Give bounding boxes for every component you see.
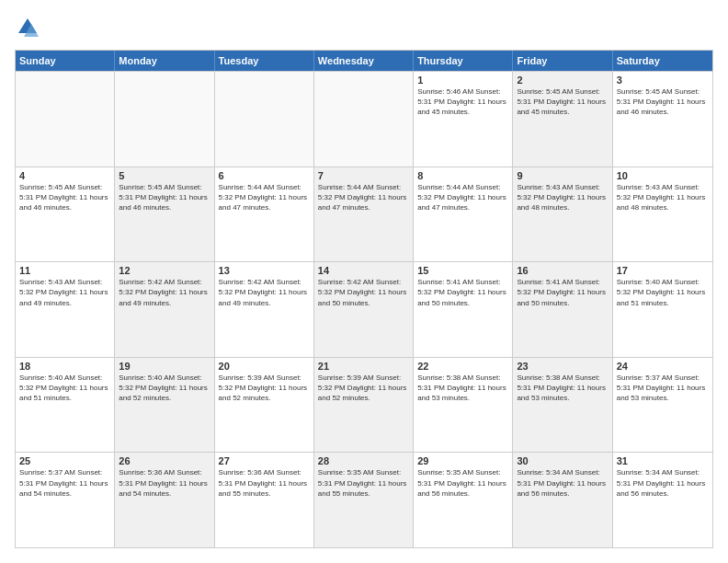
day-info: Sunrise: 5:43 AM Sunset: 5:32 PM Dayligh… <box>517 182 608 213</box>
day-info: Sunrise: 5:36 AM Sunset: 5:31 PM Dayligh… <box>219 467 310 499</box>
day-number: 13 <box>219 265 310 276</box>
calendar-cell-20: 20Sunrise: 5:39 AM Sunset: 5:32 PM Dayli… <box>215 358 314 453</box>
calendar-cell-18: 18Sunrise: 5:40 AM Sunset: 5:32 PM Dayli… <box>16 358 115 453</box>
calendar-cell-7: 7Sunrise: 5:44 AM Sunset: 5:32 PM Daylig… <box>314 167 414 262</box>
day-info: Sunrise: 5:45 AM Sunset: 5:31 PM Dayligh… <box>119 182 210 213</box>
day-info: Sunrise: 5:38 AM Sunset: 5:31 PM Dayligh… <box>417 373 508 404</box>
calendar-header: SundayMondayTuesdayWednesdayThursdayFrid… <box>16 51 712 71</box>
day-info: Sunrise: 5:44 AM Sunset: 5:32 PM Dayligh… <box>318 182 409 213</box>
day-number: 30 <box>517 455 608 466</box>
day-number: 11 <box>19 265 110 276</box>
day-info: Sunrise: 5:42 AM Sunset: 5:32 PM Dayligh… <box>119 277 210 308</box>
day-number: 6 <box>219 170 310 181</box>
calendar-cell-3: 3Sunrise: 5:45 AM Sunset: 5:31 PM Daylig… <box>613 72 712 167</box>
day-info: Sunrise: 5:35 AM Sunset: 5:31 PM Dayligh… <box>417 467 508 499</box>
day-number: 15 <box>417 265 508 276</box>
calendar-cell-13: 13Sunrise: 5:42 AM Sunset: 5:32 PM Dayli… <box>215 262 314 357</box>
calendar: SundayMondayTuesdayWednesdayThursdayFrid… <box>15 50 713 548</box>
day-number: 29 <box>417 455 508 466</box>
calendar-cell-2: 2Sunrise: 5:45 AM Sunset: 5:31 PM Daylig… <box>513 72 612 167</box>
calendar-cell-16: 16Sunrise: 5:41 AM Sunset: 5:32 PM Dayli… <box>513 262 612 357</box>
day-info: Sunrise: 5:43 AM Sunset: 5:32 PM Dayligh… <box>19 277 110 308</box>
day-number: 26 <box>119 455 210 466</box>
header <box>15 15 713 40</box>
day-info: Sunrise: 5:41 AM Sunset: 5:32 PM Dayligh… <box>517 277 608 308</box>
calendar-cell-29: 29Sunrise: 5:35 AM Sunset: 5:31 PM Dayli… <box>414 453 513 547</box>
day-info: Sunrise: 5:43 AM Sunset: 5:32 PM Dayligh… <box>617 182 709 213</box>
header-day-monday: Monday <box>115 51 214 71</box>
calendar-cell-21: 21Sunrise: 5:39 AM Sunset: 5:32 PM Dayli… <box>314 358 414 453</box>
calendar-cell-12: 12Sunrise: 5:42 AM Sunset: 5:32 PM Dayli… <box>115 262 214 357</box>
calendar-cell-23: 23Sunrise: 5:38 AM Sunset: 5:31 PM Dayli… <box>513 358 612 453</box>
day-number: 9 <box>517 170 608 181</box>
day-info: Sunrise: 5:44 AM Sunset: 5:32 PM Dayligh… <box>219 182 310 213</box>
calendar-row-4: 25Sunrise: 5:37 AM Sunset: 5:31 PM Dayli… <box>16 452 712 547</box>
day-info: Sunrise: 5:37 AM Sunset: 5:31 PM Dayligh… <box>19 467 110 499</box>
day-number: 14 <box>318 265 409 276</box>
calendar-cell-1: 1Sunrise: 5:46 AM Sunset: 5:31 PM Daylig… <box>414 72 513 167</box>
calendar-row-3: 18Sunrise: 5:40 AM Sunset: 5:32 PM Dayli… <box>16 357 712 453</box>
calendar-cell-28: 28Sunrise: 5:35 AM Sunset: 5:31 PM Dayli… <box>314 453 414 547</box>
day-info: Sunrise: 5:42 AM Sunset: 5:32 PM Dayligh… <box>318 277 409 308</box>
calendar-row-1: 4Sunrise: 5:45 AM Sunset: 5:31 PM Daylig… <box>16 167 712 262</box>
day-info: Sunrise: 5:39 AM Sunset: 5:32 PM Dayligh… <box>219 373 310 404</box>
day-info: Sunrise: 5:36 AM Sunset: 5:31 PM Dayligh… <box>119 467 210 499</box>
day-number: 1 <box>417 75 508 86</box>
page: SundayMondayTuesdayWednesdayThursdayFrid… <box>0 0 728 563</box>
header-day-wednesday: Wednesday <box>314 51 414 71</box>
day-number: 17 <box>617 265 709 276</box>
calendar-cell-31: 31Sunrise: 5:34 AM Sunset: 5:31 PM Dayli… <box>613 453 712 547</box>
day-number: 27 <box>219 455 310 466</box>
calendar-cell-26: 26Sunrise: 5:36 AM Sunset: 5:31 PM Dayli… <box>115 453 214 547</box>
calendar-row-2: 11Sunrise: 5:43 AM Sunset: 5:32 PM Dayli… <box>16 261 712 357</box>
day-number: 31 <box>617 455 709 466</box>
day-number: 22 <box>417 361 508 372</box>
day-number: 21 <box>318 361 409 372</box>
calendar-cell-empty <box>115 72 214 167</box>
day-number: 5 <box>119 170 210 181</box>
header-day-saturday: Saturday <box>613 51 712 71</box>
calendar-cell-24: 24Sunrise: 5:37 AM Sunset: 5:31 PM Dayli… <box>613 358 712 453</box>
day-number: 20 <box>219 361 310 372</box>
calendar-cell-empty <box>16 72 115 167</box>
day-number: 28 <box>318 455 409 466</box>
calendar-cell-4: 4Sunrise: 5:45 AM Sunset: 5:31 PM Daylig… <box>16 167 115 262</box>
calendar-row-0: 1Sunrise: 5:46 AM Sunset: 5:31 PM Daylig… <box>16 71 712 167</box>
day-number: 18 <box>19 361 110 372</box>
calendar-cell-11: 11Sunrise: 5:43 AM Sunset: 5:32 PM Dayli… <box>16 262 115 357</box>
day-info: Sunrise: 5:45 AM Sunset: 5:31 PM Dayligh… <box>19 182 110 213</box>
day-number: 16 <box>517 265 608 276</box>
day-info: Sunrise: 5:38 AM Sunset: 5:31 PM Dayligh… <box>517 373 608 404</box>
calendar-cell-empty <box>314 72 414 167</box>
day-number: 2 <box>517 75 608 86</box>
day-info: Sunrise: 5:46 AM Sunset: 5:31 PM Dayligh… <box>417 86 508 118</box>
calendar-cell-5: 5Sunrise: 5:45 AM Sunset: 5:31 PM Daylig… <box>115 167 214 262</box>
day-number: 10 <box>617 170 709 181</box>
day-info: Sunrise: 5:40 AM Sunset: 5:32 PM Dayligh… <box>617 277 709 308</box>
day-info: Sunrise: 5:34 AM Sunset: 5:31 PM Dayligh… <box>617 467 709 499</box>
calendar-cell-9: 9Sunrise: 5:43 AM Sunset: 5:32 PM Daylig… <box>513 167 612 262</box>
header-day-tuesday: Tuesday <box>215 51 314 71</box>
day-number: 4 <box>19 170 110 181</box>
calendar-cell-22: 22Sunrise: 5:38 AM Sunset: 5:31 PM Dayli… <box>414 358 513 453</box>
day-number: 7 <box>318 170 409 181</box>
header-day-sunday: Sunday <box>16 51 115 71</box>
calendar-body: 1Sunrise: 5:46 AM Sunset: 5:31 PM Daylig… <box>16 71 712 547</box>
day-number: 12 <box>119 265 210 276</box>
day-info: Sunrise: 5:42 AM Sunset: 5:32 PM Dayligh… <box>219 277 310 308</box>
day-number: 19 <box>119 361 210 372</box>
calendar-cell-14: 14Sunrise: 5:42 AM Sunset: 5:32 PM Dayli… <box>314 262 414 357</box>
day-info: Sunrise: 5:45 AM Sunset: 5:31 PM Dayligh… <box>617 86 709 118</box>
day-info: Sunrise: 5:45 AM Sunset: 5:31 PM Dayligh… <box>517 86 608 118</box>
header-day-friday: Friday <box>513 51 612 71</box>
day-info: Sunrise: 5:40 AM Sunset: 5:32 PM Dayligh… <box>19 373 110 404</box>
day-number: 8 <box>417 170 508 181</box>
day-info: Sunrise: 5:44 AM Sunset: 5:32 PM Dayligh… <box>417 182 508 213</box>
logo <box>15 15 44 40</box>
day-number: 24 <box>617 361 709 372</box>
day-info: Sunrise: 5:35 AM Sunset: 5:31 PM Dayligh… <box>318 467 409 499</box>
header-day-thursday: Thursday <box>414 51 513 71</box>
day-info: Sunrise: 5:34 AM Sunset: 5:31 PM Dayligh… <box>517 467 608 499</box>
day-info: Sunrise: 5:37 AM Sunset: 5:31 PM Dayligh… <box>617 373 709 404</box>
day-info: Sunrise: 5:41 AM Sunset: 5:32 PM Dayligh… <box>417 277 508 308</box>
